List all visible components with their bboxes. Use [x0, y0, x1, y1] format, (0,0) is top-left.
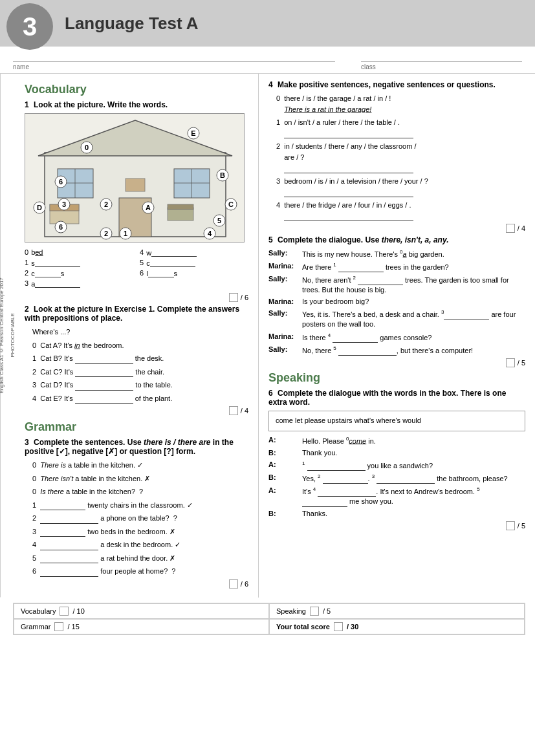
- q3-header: 3 Complete the sentences. Use there is /…: [25, 438, 248, 456]
- q5-speaker-6: Marina:: [268, 332, 302, 343]
- q6-speaker-B2: B:: [268, 473, 302, 484]
- q5-speaker-5: Sally:: [268, 308, 302, 329]
- svg-text:0: 0: [85, 144, 89, 151]
- q5-line-1: Sally: This is my new house. There's 0a …: [268, 248, 525, 259]
- q5-number: 5: [268, 235, 273, 244]
- word-item-0: 0 bed: [25, 248, 133, 257]
- class-label: class: [361, 63, 522, 70]
- q5-header: 5 Complete the dialogue. Use there, isn'…: [268, 235, 525, 244]
- q6-speaker-A3: A:: [268, 486, 302, 506]
- q6-text-A1: Hello. Please 0come in.: [302, 435, 525, 446]
- word-6-num: 6: [140, 269, 144, 277]
- word-5-num: 5: [140, 259, 144, 266]
- q3-item-4: 4 a desk in the bedroom. ✓: [25, 539, 248, 550]
- q1-number: 1: [25, 100, 29, 109]
- speaking-section: Speaking 6 Complete the dialogue with th…: [268, 371, 525, 530]
- q4-number: 4: [268, 80, 273, 89]
- q5-line-6: Marina: Is there 4 games console?: [268, 332, 525, 343]
- svg-text:6: 6: [59, 223, 63, 231]
- q6-text-B3: Thanks.: [302, 509, 525, 519]
- q4-header: 4 Make positive sentences, negative sent…: [268, 80, 525, 89]
- speaking-header: Speaking: [268, 371, 525, 385]
- q3-item-3: 3 two beds in the bedroom. ✗: [25, 526, 248, 537]
- q5-line-2: Marina: Are there 1 trees in the garden?: [268, 261, 525, 272]
- q2-item-2: 2 Cat C? It's the chair.: [25, 367, 248, 378]
- right-column: 4 Make positive sentences, negative sent…: [259, 74, 535, 598]
- svg-text:1: 1: [124, 230, 127, 237]
- q4-item-4: 4 there / the fridge / are / four / in /…: [268, 200, 525, 221]
- left-column: English Class A1 © Pearson Central Europ…: [0, 74, 259, 598]
- svg-text:D: D: [37, 204, 42, 211]
- q6-header: 6 Complete the dialogue with the words i…: [268, 389, 525, 407]
- q3-instruction: Complete the sentences. Use there is / t…: [25, 438, 234, 456]
- q5-score-box: [506, 358, 515, 367]
- grammar-score-cell: Grammar / 15: [14, 619, 269, 634]
- q5-text-4: Is your bedroom big?: [302, 297, 525, 307]
- word-3-text: a: [31, 279, 80, 288]
- vocabulary-header: Vocabulary: [25, 83, 248, 96]
- q4-score-text: / 4: [518, 224, 525, 232]
- q6-line-4: B: Yes, 2 . 3 the bathroom, please?: [268, 473, 525, 484]
- side-label-photocopiable: PHOTOCOPIABLE: [10, 314, 16, 358]
- house-illustration: 0 6 2 3 6 2 1 4: [25, 114, 245, 243]
- svg-rect-13: [168, 204, 193, 210]
- svg-text:6: 6: [59, 178, 63, 186]
- q6-text-A3: It's 4 . It's next to Andrew's bedroom. …: [302, 486, 525, 506]
- word-item-5: 5 c: [140, 258, 248, 267]
- word-0-text: bed: [31, 248, 43, 256]
- name-label: name: [13, 63, 335, 70]
- svg-text:2: 2: [104, 200, 108, 208]
- q5-line-4: Marina: Is your bedroom big?: [268, 297, 525, 307]
- q1-header: 1 Look at the picture. Write the words.: [25, 100, 248, 109]
- q5-line-3: Sally: No, there aren't 2 trees. The gar…: [268, 274, 525, 295]
- q1-score: / 6: [25, 293, 248, 302]
- q6-text-B1: Thank you.: [302, 448, 525, 458]
- q3-item-5: 5 a rat behind the door. ✗: [25, 553, 248, 564]
- q5-line-7: Sally: No, there 5 , but there's a compu…: [268, 345, 525, 356]
- word-2-text: cs: [31, 268, 64, 277]
- q2-number: 2: [25, 305, 29, 314]
- left-content: Vocabulary 1 Look at the picture. Write …: [25, 83, 248, 589]
- q6-line-3: A: 1 you like a sandwich?: [268, 460, 525, 471]
- q5-speaker-7: Sally:: [268, 345, 302, 356]
- bottom-scores: Vocabulary / 10 Speaking / 5 Grammar / 1…: [13, 603, 525, 635]
- q1-score-box: [229, 293, 238, 302]
- class-line: [361, 52, 522, 62]
- picture-area: 0 6 2 3 6 2 1 4: [25, 113, 245, 243]
- q5-speaker-4: Marina:: [268, 297, 302, 307]
- q5-text-1: This is my new house. There's 0a big gar…: [302, 248, 525, 259]
- q3-score-text: / 6: [241, 580, 248, 588]
- q5-speaker-3: Sally:: [268, 274, 302, 295]
- q6-words: come let please upstairs what's where's …: [276, 416, 421, 424]
- q6-line-6: B: Thanks.: [268, 509, 525, 519]
- svg-text:C: C: [228, 200, 234, 208]
- svg-text:E: E: [191, 129, 195, 137]
- q6-number: 6: [268, 389, 273, 398]
- q4-item-2: 2 in / students / there / any / the clas…: [268, 141, 525, 173]
- q1-score-text: / 6: [241, 294, 248, 301]
- q5-speaker-2: Marina:: [268, 261, 302, 272]
- q5-text-2: Are there 1 trees in the garden?: [302, 261, 525, 272]
- page-title: Language Test A: [58, 0, 199, 47]
- q3-example-2: 0 There isn't a table in the kitchen. ✗: [25, 473, 248, 484]
- svg-text:A: A: [146, 204, 151, 211]
- side-label: English Class A1 © Pearson Central Europ…: [0, 74, 13, 598]
- q6-score-box: [506, 521, 515, 530]
- q6-word-box: come let please upstairs what's where's …: [268, 411, 525, 431]
- q3-item-2: 2 a phone on the table? ?: [25, 513, 248, 524]
- q5-score-text: / 5: [518, 359, 525, 367]
- q4-instruction: Make positive sentences, negative senten…: [278, 80, 496, 89]
- vocab-label: Vocabulary: [21, 607, 56, 615]
- q6-line-2: B: Thank you.: [268, 448, 525, 458]
- name-class-row: name class: [0, 47, 535, 74]
- svg-text:3: 3: [62, 200, 66, 208]
- speaking-score-label: Speaking: [276, 607, 306, 615]
- q2-item-1: 1 Cat B? It's the desk.: [25, 353, 248, 364]
- vocab-score-cell: Vocabulary / 10: [14, 603, 269, 619]
- q5-section: 5 Complete the dialogue. Use there, isn'…: [268, 235, 525, 367]
- svg-text:5: 5: [217, 217, 221, 224]
- svg-text:4: 4: [208, 230, 212, 237]
- q6-text-A2: 1 you like a sandwich?: [302, 460, 525, 471]
- grammar-score-label: Grammar: [21, 623, 50, 631]
- q3-example-1: 0 There is a table in the kitchen. ✓: [25, 460, 248, 471]
